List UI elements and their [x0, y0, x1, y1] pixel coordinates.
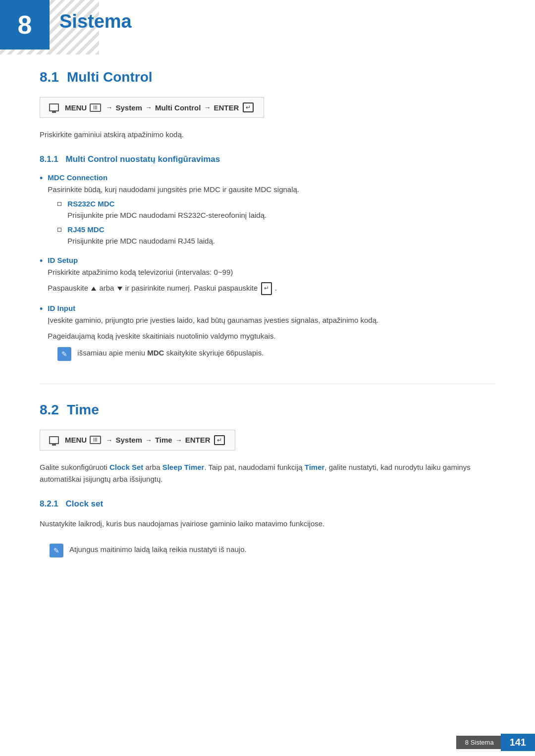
arrow3-2: →	[175, 436, 182, 444]
main-content: 8.1 Multi Control MENU III → System → Mu…	[0, 64, 535, 602]
enter-key-icon: ↵	[243, 102, 254, 112]
screen-icon-2	[49, 436, 59, 444]
subsection-8-2-1-num: 8.2.1	[40, 499, 58, 508]
bullet-mdc-connection: • MDC Connection Pasirinkite būdą, kurį …	[40, 173, 495, 251]
mdc-connection-label: MDC Connection	[48, 173, 495, 182]
id-setup-desc2-pre: Paspauskite	[48, 284, 88, 292]
note-post: skaitykite skyriuje 66puslapis.	[164, 349, 264, 357]
arrow3: →	[204, 103, 211, 111]
subsection-8-1-1-label: Multi Control nuostatų konfigūravimas	[66, 154, 220, 164]
section-8-2-title: 8.2 Time	[40, 402, 495, 418]
sleep-timer-bold: Sleep Timer	[162, 463, 205, 471]
timer-bold: Timer	[305, 463, 325, 471]
note-bold: MDC	[147, 349, 164, 357]
section-8-1-label: Multi Control	[67, 69, 153, 85]
screen-icon	[49, 103, 59, 111]
id-input-desc1: Įveskite gaminio, prijungto prie įvestie…	[48, 314, 495, 326]
footer-section-label: 8 Sistema	[465, 739, 494, 746]
system-label-2: System	[116, 436, 142, 444]
triangle-up-icon	[91, 287, 96, 291]
rj45-desc: Prisijunkite prie MDC naudodami RJ45 lai…	[67, 235, 215, 247]
footer-page-number: 141	[501, 734, 535, 751]
rs232c-label: RS232C MDC	[67, 200, 267, 208]
menu-icon-2: III	[90, 436, 101, 444]
rs232c-desc: Prisijunkite prie MDC naudodami RS232C-s…	[67, 209, 267, 221]
bullet-content-id-setup: ID Setup Priskirkite atpažinimo kodą tel…	[48, 256, 495, 299]
subsection-8-2-1-label: Clock set	[66, 499, 104, 508]
section-8-2-intro: Galite sukonfigūruoti Clock Set arba Sle…	[40, 461, 495, 485]
subsection-8-1-1-title: 8.1.1 Multi Control nuostatų konfigūravi…	[40, 154, 495, 164]
sub-bullet-rj45: RJ45 MDC Prisijunkite prie MDC naudodami…	[57, 225, 495, 247]
arrow2-2: →	[145, 436, 152, 444]
mdc-connection-desc: Pasirinkite būdą, kurį naudodami jungsit…	[48, 184, 495, 196]
bullet-content-id-input: ID Input Įveskite gaminio, prijungto pri…	[48, 304, 495, 366]
section-8-1-intro: Priskirkite gaminiui atskirą atpažinimo …	[40, 129, 495, 141]
bullet-dot-3: •	[40, 304, 43, 314]
section-8-2-label: Time	[67, 402, 99, 418]
id-setup-label: ID Setup	[48, 256, 495, 264]
bullet-content-mdc: MDC Connection Pasirinkite būdą, kurį na…	[48, 173, 495, 251]
note-pre: išsamiau apie meniu	[77, 349, 147, 357]
triangle-down-icon	[117, 287, 122, 291]
header-area: 8 Sistema	[0, 0, 535, 54]
multi-control-label: Multi Control	[155, 103, 201, 112]
id-setup-desc1: Priskirkite atpažinimo kodą televizoriui…	[48, 266, 495, 278]
id-setup-desc2-mid: arba	[99, 284, 114, 292]
sub-bullet-square-2	[57, 228, 61, 232]
note-icon-2	[50, 544, 63, 557]
enter-label-2: ENTER	[185, 436, 211, 444]
arrow2: →	[145, 103, 152, 111]
note-box-clock: Atjungus maitinimo laidą laiką reikia nu…	[50, 544, 495, 557]
id-setup-desc2-post: ir pasirinkite numerį. Paskui paspauskit…	[125, 284, 258, 292]
sub-bullet-rs232c: RS232C MDC Prisijunkite prie MDC naudoda…	[57, 200, 495, 221]
section-8-2-num: 8.2	[40, 402, 59, 418]
clock-set-bold: Clock Set	[109, 463, 143, 471]
id-setup-desc2: Paspauskite arba ir pasirinkite numerį. …	[48, 282, 495, 295]
enter-label: ENTER	[214, 103, 239, 112]
section-8-1-num: 8.1	[40, 69, 59, 85]
section-divider-1	[40, 384, 495, 384]
menu-path-8-1: MENU III → System → Multi Control → ENTE…	[40, 97, 264, 118]
arrow1: →	[106, 103, 113, 111]
menu-icon: III	[90, 103, 101, 112]
note-text-mdc: išsamiau apie meniu MDC skaitykite skyri…	[77, 347, 264, 359]
intro-mid1: arba	[143, 463, 162, 471]
id-setup-desc2-end: .	[275, 284, 277, 292]
time-label: Time	[155, 436, 172, 444]
header-blue-box: 8	[0, 0, 50, 50]
bullet-id-input: • ID Input Įveskite gaminio, prijungto p…	[40, 304, 495, 366]
enter-key-3: ↵	[214, 435, 225, 445]
system-label: System	[116, 103, 142, 112]
note-icon-1	[57, 347, 71, 361]
bullet-dot-1: •	[40, 173, 43, 184]
rj45-label: RJ45 MDC	[67, 225, 215, 234]
footer-tab: 8 Sistema	[456, 736, 501, 749]
note-box-mdc: išsamiau apie meniu MDC skaitykite skyri…	[57, 347, 495, 361]
sub-bullet-content-rj45: RJ45 MDC Prisijunkite prie MDC naudodami…	[67, 225, 215, 247]
enter-key-2: ↵	[261, 282, 272, 295]
menu-label-2: MENU	[65, 436, 87, 444]
menu-label: MENU	[65, 103, 87, 112]
clock-set-desc: Nustatykite laikrodį, kuris bus naudojam…	[40, 518, 495, 530]
bullet-id-setup: • ID Setup Priskirkite atpažinimo kodą t…	[40, 256, 495, 299]
note-text-clock: Atjungus maitinimo laidą laiką reikia nu…	[69, 544, 247, 555]
page-footer: 8 Sistema 141	[0, 729, 535, 756]
bullet-dot-2: •	[40, 256, 43, 266]
menu-path-8-2: MENU III → System → Time → ENTER↵	[40, 430, 235, 451]
page-container: 8 Sistema 8.1 Multi Control MENU III → S…	[0, 0, 535, 756]
arrow1-2: →	[106, 436, 113, 444]
id-input-desc2: Pageidaujamą kodą įveskite skaitiniais n…	[48, 330, 495, 342]
subsection-8-2-1-title: 8.2.1 Clock set	[40, 499, 495, 509]
intro-mid2: . Taip pat, naudodami funkciją	[204, 463, 304, 471]
chapter-number: 8	[18, 10, 32, 40]
id-input-label: ID Input	[48, 304, 495, 312]
sub-bullet-square-1	[57, 202, 61, 206]
section-8-1-title: 8.1 Multi Control	[40, 69, 495, 85]
chapter-title: Sistema	[59, 11, 132, 32]
intro-pre: Galite sukonfigūruoti	[40, 463, 109, 471]
sub-bullet-content-rs232c: RS232C MDC Prisijunkite prie MDC naudoda…	[67, 200, 267, 221]
subsection-8-1-1-num: 8.1.1	[40, 154, 58, 164]
